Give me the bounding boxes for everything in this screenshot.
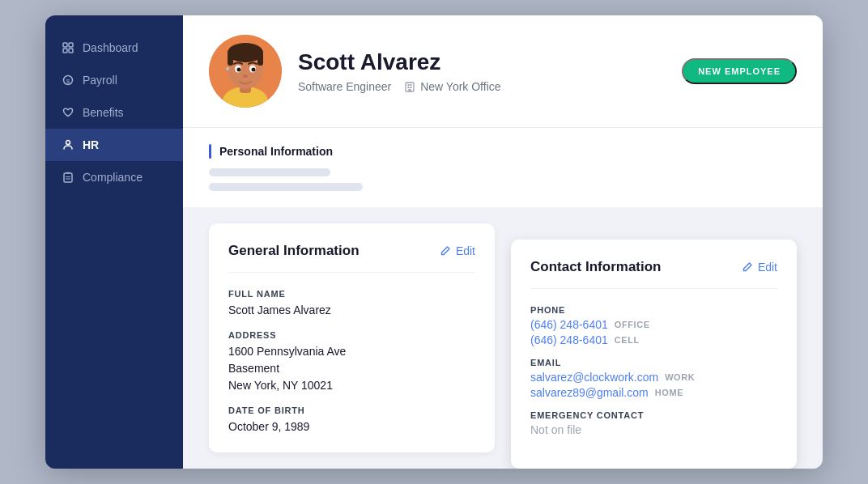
field-emergency: Emergency Contact Not on file (530, 410, 777, 436)
svg-rect-27 (409, 89, 411, 91)
field-full-name: Full Name Scott James Alvarez (228, 289, 475, 319)
heart-icon (62, 106, 74, 119)
clipboard-icon (62, 171, 74, 184)
contact-info-card-header: Contact Information Edit (530, 259, 777, 289)
general-info-card: General Information Edit Full Name Scott… (209, 223, 495, 452)
sidebar-item-label: HR (83, 138, 99, 151)
section-title: Personal Information (219, 145, 333, 158)
svg-point-18 (252, 68, 256, 72)
sidebar-item-payroll[interactable]: $ Payroll (45, 64, 183, 96)
profile-header: Scott Alvarez Software Engineer New York… (183, 15, 823, 128)
phone-cell-line: (646) 248-6401 Cell (530, 333, 777, 346)
sidebar-item-hr[interactable]: HR (45, 129, 183, 161)
sidebar-item-dashboard[interactable]: Dashboard (45, 32, 183, 64)
contact-info-card: Contact Information Edit Phone (646) 248… (511, 240, 797, 469)
profile-meta: Software Engineer New York Office (298, 80, 666, 93)
contact-info-edit-button[interactable]: Edit (742, 261, 777, 274)
sidebar-item-benefits[interactable]: Benefits (45, 96, 183, 129)
skeleton-line-1 (209, 168, 330, 176)
svg-rect-23 (408, 84, 410, 86)
sidebar-item-label: Compliance (83, 171, 143, 184)
sidebar-item-label: Payroll (83, 74, 117, 87)
emergency-value: Not on file (530, 423, 777, 436)
sidebar: Dashboard $ Payroll Benefits (45, 15, 183, 469)
svg-rect-7 (64, 173, 72, 182)
svg-rect-2 (63, 49, 67, 53)
phone-office-line: (646) 248-6401 Office (530, 318, 777, 331)
field-address: Address 1600 Pennsylvania Ave Basement N… (228, 330, 475, 394)
contact-info-title: Contact Information (530, 259, 662, 275)
field-phone: Phone (646) 248-6401 Office (646) 248-64… (530, 305, 777, 346)
dollar-icon: $ (62, 74, 74, 87)
svg-point-21 (226, 67, 229, 70)
section-title-bar: Personal Information (209, 144, 797, 159)
email-work-link[interactable]: salvarez@clockwork.com (530, 371, 658, 384)
cards-area: General Information Edit Full Name Scott… (183, 207, 823, 469)
svg-point-19 (243, 74, 248, 78)
phone-office-link[interactable]: (646) 248-6401 (530, 318, 608, 331)
sidebar-item-label: Benefits (83, 106, 124, 119)
svg-rect-24 (411, 84, 412, 86)
field-dob: Date of Birth October 9, 1989 (228, 405, 475, 435)
svg-rect-3 (69, 49, 73, 53)
pencil-icon (440, 245, 451, 257)
field-email: Email salvarez@clockwork.com Work salvar… (530, 358, 777, 399)
person-icon (62, 138, 74, 151)
pencil-icon (742, 261, 753, 273)
email-home-line: salvarez89@gmail.com Home (530, 386, 777, 399)
section-accent (209, 144, 211, 159)
general-info-edit-button[interactable]: Edit (440, 244, 475, 257)
profile-title: Software Engineer (298, 80, 391, 93)
svg-point-17 (237, 68, 241, 72)
sidebar-item-label: Dashboard (83, 41, 138, 54)
skeleton-line-2 (209, 183, 363, 191)
svg-rect-13 (228, 53, 233, 66)
svg-rect-25 (408, 87, 410, 88)
sidebar-item-compliance[interactable]: Compliance (45, 161, 183, 193)
email-home-link[interactable]: salvarez89@gmail.com (530, 386, 649, 399)
profile-info: Scott Alvarez Software Engineer New York… (298, 49, 666, 93)
profile-name: Scott Alvarez (298, 49, 666, 75)
svg-rect-1 (69, 43, 73, 47)
general-info-title: General Information (228, 243, 360, 259)
svg-text:$: $ (66, 78, 70, 85)
grid-icon (62, 41, 74, 54)
general-info-card-header: General Information Edit (228, 243, 475, 273)
personal-info-section: Personal Information (183, 128, 823, 207)
svg-point-6 (66, 141, 70, 145)
email-work-line: salvarez@clockwork.com Work (530, 371, 777, 384)
main-content: Scott Alvarez Software Engineer New York… (183, 15, 823, 469)
profile-office: New York Office (404, 80, 500, 93)
building-icon (404, 81, 415, 92)
svg-rect-14 (257, 53, 263, 66)
avatar (209, 35, 282, 108)
app-container: Dashboard $ Payroll Benefits (45, 15, 823, 469)
phone-cell-link[interactable]: (646) 248-6401 (530, 333, 608, 346)
svg-rect-0 (63, 43, 67, 47)
new-employee-button[interactable]: New Employee (682, 58, 797, 84)
svg-rect-26 (411, 87, 412, 88)
